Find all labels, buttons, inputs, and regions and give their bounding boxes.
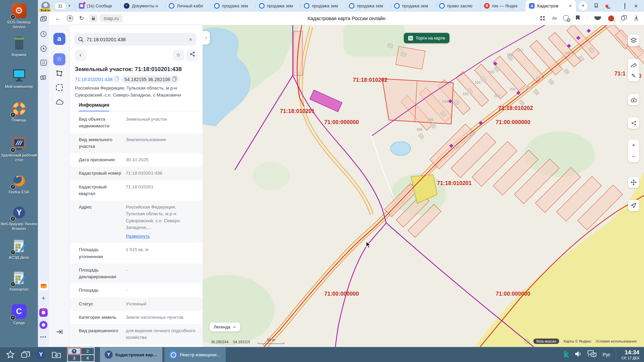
copy-icon[interactable] — [172, 77, 176, 81]
displays-icon[interactable] — [587, 350, 597, 359]
desktop-icon-sreda[interactable]: C↗Среда — [1, 303, 37, 325]
workspace-4[interactable]: 4 — [81, 355, 94, 362]
map-canvas[interactable] — [203, 25, 644, 347]
browser-tab[interactable]: продажа зем — [256, 0, 301, 12]
desktop-icon-eos[interactable]: ⚙↗EOS Desktop Service — [1, 3, 37, 29]
tab-information[interactable]: Информация — [79, 102, 109, 112]
close-button[interactable]: ✕ — [634, 3, 638, 9]
desktop-icon-trash[interactable]: Корзина — [1, 35, 37, 57]
desktop-icon-yandex[interactable]: Y↗Веб-браузер Yandex Browser — [1, 204, 37, 231]
tab-close-icon[interactable]: ✕ — [568, 4, 573, 8]
browser-tab[interactable]: продажа зем — [391, 0, 436, 12]
add-panel-icon[interactable]: + — [38, 295, 49, 302]
incognito-icon[interactable] — [594, 16, 601, 20]
locate-me-button[interactable] — [628, 200, 639, 211]
info-icon[interactable]: i — [524, 339, 529, 344]
collapse-sidebar-icon[interactable] — [56, 328, 63, 337]
browser-tab[interactable]: продажа зем — [211, 0, 256, 12]
edit-button[interactable]: ✎ — [628, 70, 639, 81]
info-row-label: Адрес — [79, 204, 122, 240]
search-box[interactable]: ✕ — [74, 33, 197, 46]
volume-icon[interactable] — [575, 351, 582, 359]
launcher-star-icon[interactable] — [6, 350, 15, 359]
desktop-icon-korportal[interactable]: ↗Корпортал — [1, 270, 37, 292]
downloads-icon[interactable] — [634, 15, 639, 22]
desktop-icon-remote[interactable]: ↗Удалённый рабочий стол — [1, 136, 37, 163]
polygon-tool-icon[interactable] — [56, 70, 63, 78]
workspace-1-current[interactable]: Y — [67, 348, 81, 355]
browser-tab-active[interactable]: aКадастров✕ — [526, 0, 576, 12]
bookmark-icon[interactable] — [576, 15, 580, 22]
profile-avatar[interactable]: Войти — [41, 2, 50, 10]
pan-button[interactable] — [628, 177, 639, 188]
favorites-button[interactable]: ☆ — [53, 53, 65, 65]
more-options-icon[interactable]: ••• — [38, 335, 49, 340]
share-button[interactable] — [186, 50, 198, 61]
yandex-browser-taskbar-icon[interactable]: Y — [36, 350, 46, 359]
history-icon[interactable] — [38, 31, 49, 39]
media-play-icon[interactable] — [38, 45, 49, 53]
browser-tab[interactable]: Личный каби — [165, 0, 210, 12]
legend-button[interactable]: Легенда — [210, 322, 240, 331]
tabs-panel-icon[interactable] — [621, 15, 627, 22]
desktop-icon-help[interactable]: ↗Помощь — [1, 101, 37, 122]
browser-tab[interactable]: продажа зем — [301, 0, 345, 12]
mail-icon[interactable] — [38, 282, 49, 292]
expand-link[interactable]: Развернуть — [126, 233, 196, 240]
zoom-in-button[interactable]: + — [628, 139, 639, 151]
reader-mode-icon[interactable]: A≡ — [552, 16, 556, 21]
collapse-panel-button[interactable]: ‹ — [203, 31, 210, 45]
browser-tab[interactable]: Документы н — [120, 0, 165, 12]
torgi-toggle-button[interactable]: Торги на карте — [404, 33, 449, 43]
parcel-chips: 71:18:010201:438 54.182155 36.282108 — [75, 75, 179, 83]
clear-search-icon[interactable]: ✕ — [189, 37, 193, 42]
map-share-button[interactable] — [628, 117, 639, 129]
cadastral-number-link[interactable]: 71:18:010201:438 — [75, 77, 118, 82]
kaspersky-tray-icon[interactable]: k — [564, 350, 569, 359]
torgi-checkbox[interactable] — [408, 36, 413, 41]
workspace-3[interactable]: 3 — [67, 355, 81, 362]
services-grid-icon[interactable] — [540, 16, 545, 21]
browser-tab[interactable]: право заклю — [436, 0, 481, 12]
browser-tab[interactable]: продажа зем — [345, 0, 390, 12]
tab-groups-icon[interactable] — [38, 16, 49, 23]
upload-button[interactable] — [628, 94, 639, 105]
ruler-button[interactable] — [628, 59, 639, 70]
select-area-icon[interactable] — [56, 84, 63, 91]
browser-tab[interactable]: Япкк — Яндек — [481, 0, 526, 12]
layers-button[interactable] — [628, 35, 639, 46]
protect-shield-icon[interactable]: 1 — [564, 15, 569, 21]
task-registry[interactable]: Реестр извещени… — [164, 347, 226, 362]
windows-list-icon[interactable] — [21, 351, 30, 359]
new-tab-button[interactable]: + — [579, 2, 587, 10]
maximize-button[interactable] — [625, 3, 625, 9]
messenger-icon[interactable] — [38, 308, 49, 318]
browser-tab[interactable]: (1k) Сообще — [75, 0, 120, 12]
folder-view-icon[interactable] — [52, 351, 61, 359]
keyboard-layout[interactable]: Рус — [603, 352, 610, 357]
task-kadastr-map[interactable]: Y Кадастровая кар… — [100, 347, 162, 362]
chevron-down-icon[interactable]: ▼ — [68, 4, 71, 8]
profile-edit-icon[interactable] — [608, 15, 614, 21]
alice-icon[interactable] — [38, 321, 49, 330]
panels-icon[interactable] — [593, 3, 598, 9]
workspace-2[interactable]: 2 — [81, 348, 94, 355]
desktop-icon-computer[interactable]: Мой компьютер — [1, 67, 37, 89]
terms-link[interactable]: Условия использования — [596, 339, 637, 343]
cloud-icon[interactable] — [55, 99, 63, 106]
search-input[interactable] — [87, 37, 185, 42]
desktop-icon-firefox[interactable]: ↗Firefox ESR — [1, 173, 37, 194]
desktop-icon-delo[interactable]: ↗АСЭД Дело — [1, 238, 37, 260]
tab-counter[interactable]: 11 — [55, 3, 66, 9]
panel-back-button[interactable]: ‹ — [75, 50, 86, 61]
clock[interactable]: 14:34 СР, 17 ДЕК — [622, 349, 639, 360]
map-area[interactable]: 71:18:01020271:18:01020171:00:00000071:1… — [203, 25, 644, 347]
zoom-out-button[interactable]: − — [628, 151, 639, 162]
favorite-star-button[interactable]: ☆ — [173, 50, 184, 61]
site-logo[interactable]: a — [53, 33, 65, 45]
calendar-icon[interactable]: 11 — [38, 60, 49, 67]
screenshot-icon[interactable] — [38, 74, 49, 82]
copy-icon[interactable] — [115, 77, 118, 81]
workspace-switcher[interactable]: Y 2 3 4 — [67, 347, 95, 362]
coordinates-chip[interactable]: 54.182155 36.282108 — [121, 75, 179, 83]
